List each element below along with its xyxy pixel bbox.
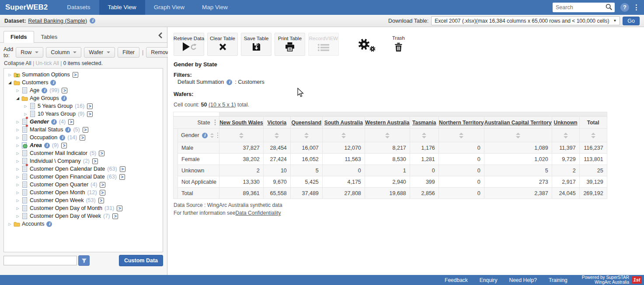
column-header-victoria[interactable]: Victoria [263,117,290,129]
open-field-arrow-icon[interactable]: > [68,119,74,125]
add-to-wafer-button[interactable]: Wafer [84,47,115,58]
open-field-arrow-icon[interactable]: > [119,174,125,180]
expand-node-icon[interactable]: ▷ [14,120,21,124]
open-field-arrow-icon[interactable]: > [100,182,105,188]
tree-item-customers[interactable]: ◢Customersi [4,79,163,86]
footer-link-enquiry[interactable]: Enquiry [480,277,498,283]
expand-node-icon[interactable]: ▷ [14,199,21,203]
collapse-all-link[interactable]: Collapse All [4,60,31,66]
tree-item-occupation[interactable]: ▷Occupationi(14)> [4,134,163,141]
retrieve-data-button[interactable]: Retrieve Data [174,33,204,56]
column-header-tasmania[interactable]: Tasmania [410,117,439,129]
info-icon[interactable]: i [202,133,208,138]
expand-node-icon[interactable]: ▷ [7,222,13,226]
sort-cell-new-south-wales[interactable] [219,129,264,142]
search-box[interactable] [553,3,615,12]
tree-item-customer-open-financial-date[interactable]: ▷Customer Open Financial Date(63)> [4,173,163,181]
column-header-queensland[interactable]: Queensland [290,117,322,129]
tree-item-customer-open-month[interactable]: ▷Customer Open Month(12)> [4,189,163,196]
open-field-arrow-icon[interactable]: > [83,127,88,133]
open-field-arrow-icon[interactable]: > [62,88,67,93]
tree-item-customer-open-day-of-month[interactable]: ▷Customer Open Day of Month(31)> [4,204,163,212]
tree-item-summation-options[interactable]: ▷ΣSummation Options> [4,71,163,79]
expand-node-icon[interactable]: ▷ [14,151,21,155]
tab-tables[interactable]: Tables [34,31,65,43]
collapse-node-icon[interactable]: ◢ [14,96,21,100]
field-filter-button[interactable] [78,255,90,266]
column-header-northern-territory[interactable]: Northern Territory [439,117,484,129]
nav-item-datasets[interactable]: Datasets [58,0,99,15]
column-header-australian-capital-territory[interactable]: Australian Capital Territory [484,117,552,129]
cell-dims-link[interactable]: (10 x 5 x 1) [209,102,236,108]
open-field-arrow-icon[interactable]: > [92,158,98,164]
info-icon[interactable]: i [51,119,57,125]
expand-node-icon[interactable]: ▷ [14,89,21,93]
open-field-arrow-icon[interactable]: > [73,72,78,78]
help-icon[interactable]: ? [620,3,629,12]
search-input[interactable] [556,4,606,10]
sort-icon[interactable] [304,133,309,138]
sort-icon[interactable] [459,133,463,138]
tree-item-age[interactable]: ▷Agei(99)> [4,86,163,94]
dataset-info-icon[interactable]: i [90,18,95,24]
tree-item-customer-open-week[interactable]: ▷Customer Open Week(53)> [4,196,163,204]
nav-item-map-view[interactable]: Map View [193,0,237,15]
column-header-western-australia[interactable]: Western Australia [365,117,410,129]
tree-item-5-years-group[interactable]: ▷5 Years Group(16)> [4,102,163,110]
footer-link-feedback[interactable]: Feedback [445,277,468,283]
sort-icon[interactable] [564,133,568,138]
save-table-button[interactable]: Save Table [241,33,272,56]
expand-node-icon[interactable]: ▷ [14,175,21,179]
tree-item-age-groups[interactable]: ◢Age Groupsi [4,94,163,102]
tree-item-customer-open-quarter[interactable]: ▷Customer Open Quarter(4)> [4,181,163,189]
open-field-arrow-icon[interactable]: > [87,103,93,109]
sort-cell-unknown[interactable] [552,129,579,142]
expand-node-icon[interactable]: ▷ [14,136,21,140]
trash-dropzone[interactable]: Trash [392,33,405,52]
sort-cell-victoria[interactable] [263,129,290,142]
custom-data-button[interactable]: Custom Data [119,255,163,266]
info-icon[interactable]: i [65,127,71,133]
dataset-link[interactable]: Retail Banking (Sample) [28,18,87,24]
open-field-arrow-icon[interactable]: > [112,213,118,219]
open-field-arrow-icon[interactable]: > [87,111,93,117]
column-header-south-australia[interactable]: South Australia [322,117,365,129]
collapse-node-icon[interactable]: ◢ [7,80,13,85]
expand-node-icon[interactable]: ▷ [7,73,13,77]
sort-cell-northern-territory[interactable] [439,129,484,142]
open-field-arrow-icon[interactable]: > [120,166,125,172]
sort-cell-australian-capital-territory[interactable] [484,129,552,142]
expand-node-icon[interactable]: ▷ [14,206,21,210]
tree-item-accounts[interactable]: ▷Accountsi [4,220,163,228]
nav-item-table-view[interactable]: Table View [99,0,145,15]
sort-icon[interactable] [210,133,214,138]
info-icon[interactable]: i [44,143,50,148]
add-to-row-button[interactable]: Row [16,47,43,58]
tree-item-customer-open-day-of-week[interactable]: ▷Customer Open Day of Week(7)> [4,212,163,220]
open-field-arrow-icon[interactable]: > [98,198,104,203]
expand-node-icon[interactable]: ▷ [14,191,21,195]
tree-item-customer-mail-indicator[interactable]: ▷Customer Mail Indicator(5)> [4,149,163,157]
sort-icon[interactable] [385,133,390,138]
sort-icon[interactable] [591,133,595,138]
open-field-arrow-icon[interactable]: > [80,135,85,141]
filter-info-icon[interactable]: i [226,79,232,85]
info-icon[interactable]: i [46,221,52,227]
sort-icon[interactable] [422,133,426,138]
table-options-button[interactable] [358,38,376,52]
add-to-column-button[interactable]: Column [46,47,81,58]
expand-node-icon[interactable]: ▷ [14,167,21,171]
column-header-new-south-wales[interactable]: New South Wales [219,117,264,129]
open-field-arrow-icon[interactable]: > [99,151,104,156]
info-icon[interactable]: i [50,80,56,86]
search-icon[interactable] [606,3,613,12]
untick-all-link[interactable]: Un-tick All [36,60,59,66]
cell-menu-icon[interactable] [214,119,217,126]
nav-item-graph-view[interactable]: Graph View [145,0,193,15]
field-search-input[interactable] [3,256,77,265]
footer-link-training[interactable]: Training [549,277,567,283]
tab-fields[interactable]: Fields [3,31,34,43]
expand-node-icon[interactable]: ▷ [14,214,21,218]
overflow-menu-icon[interactable] [635,3,638,11]
go-button[interactable]: Go [623,17,640,25]
